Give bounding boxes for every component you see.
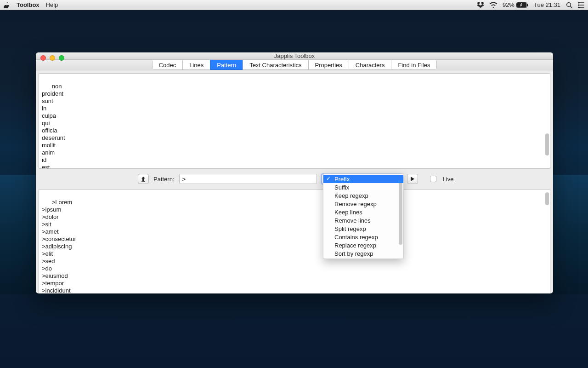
svg-point-10	[578, 6, 580, 8]
dropdown-item-prefix[interactable]: ✓Prefix	[323, 175, 403, 183]
mode-dropdown-menu[interactable]: ✓PrefixSuffixKeep regexpRemove regexpKee…	[323, 173, 404, 259]
dropdown-item-suffix[interactable]: Suffix	[323, 183, 403, 191]
minimize-button[interactable]	[50, 55, 55, 61]
apple-menu-icon[interactable]	[4, 2, 10, 8]
dropdown-item-label: Remove lines	[334, 217, 371, 224]
pattern-controls: Pattern: Prefix ▲▼ Live	[39, 172, 550, 186]
dropdown-item-replace-regexp[interactable]: Replace regexp	[323, 241, 403, 249]
live-label: Live	[443, 176, 454, 183]
dropdown-item-keep-regexp[interactable]: Keep regexp	[323, 191, 403, 200]
input-textarea[interactable]: non proident sunt in culpa qui officia d…	[39, 73, 550, 169]
notification-center-icon[interactable]	[578, 2, 584, 8]
wifi-icon[interactable]	[490, 2, 497, 8]
dropdown-item-label: Replace regexp	[334, 242, 376, 249]
dropdown-item-split-regexp[interactable]: Split regexp	[323, 224, 403, 233]
tab-lines[interactable]: Lines	[182, 60, 210, 70]
pattern-input[interactable]	[179, 174, 317, 184]
tab-pattern[interactable]: Pattern	[210, 60, 243, 70]
dropdown-item-label: Split regexp	[334, 225, 366, 232]
input-text-content: non proident sunt in culpa qui officia d…	[42, 83, 65, 169]
svg-rect-11	[141, 181, 145, 182]
battery-status[interactable]: 92%	[503, 1, 528, 8]
app-window: Japplis Toolbox CodecLinesPatternText Ch…	[36, 52, 553, 293]
pattern-label: Pattern:	[153, 176, 175, 183]
dropdown-item-label: Suffix	[334, 184, 349, 191]
close-button[interactable]	[40, 55, 46, 61]
window-title: Japplis Toolbox	[274, 52, 315, 59]
live-checkbox[interactable]	[430, 176, 436, 182]
svg-line-4	[571, 6, 572, 8]
output-textarea[interactable]: >Lorem >ipsum >dolor >sit >amet >consect…	[39, 189, 550, 293]
dropdown-item-label: Keep lines	[334, 209, 362, 216]
dropdown-item-remove-regexp[interactable]: Remove regexp	[323, 200, 403, 208]
dropbox-icon[interactable]	[477, 2, 484, 8]
dropdown-item-label: Contains regexp	[334, 234, 378, 241]
menubar-app-name[interactable]: Toolbox	[17, 1, 40, 8]
zoom-button[interactable]	[59, 55, 64, 61]
scrollbar-thumb[interactable]	[545, 133, 549, 155]
dropdown-item-label: Keep regexp	[334, 192, 368, 199]
dropdown-item-contains-regexp[interactable]: Contains regexp	[323, 233, 403, 241]
dropdown-item-remove-lines[interactable]: Remove lines	[323, 216, 403, 224]
tab-codec[interactable]: Codec	[152, 60, 183, 70]
menubar-clock[interactable]: Tue 21:31	[534, 1, 560, 8]
tab-properties[interactable]: Properties	[308, 60, 349, 70]
svg-point-9	[578, 4, 580, 6]
tab-find-in-files[interactable]: Find in Files	[391, 60, 437, 70]
dropdown-item-label: Sort by regexp	[334, 250, 373, 257]
tab-bar: CodecLinesPatternText CharacteristicsPro…	[36, 60, 553, 70]
run-button[interactable]	[407, 174, 418, 184]
tab-text-characteristics[interactable]: Text Characteristics	[243, 60, 308, 70]
check-icon: ✓	[326, 175, 331, 182]
svg-point-3	[567, 2, 571, 6]
svg-rect-2	[527, 4, 528, 6]
dropdown-item-keep-lines[interactable]: Keep lines	[323, 208, 403, 216]
tab-characters[interactable]: Characters	[349, 60, 391, 70]
spotlight-icon[interactable]	[566, 2, 572, 8]
dropdown-item-label: Remove regexp	[334, 201, 377, 207]
scrollbar-thumb[interactable]	[545, 192, 549, 205]
dropdown-item-label: Prefix	[334, 176, 350, 183]
titlebar[interactable]: Japplis Toolbox	[36, 52, 553, 60]
dropdown-item-sort-by-regexp[interactable]: Sort by regexp	[323, 249, 403, 258]
output-text-content: >Lorem >ipsum >dolor >sit >amet >consect…	[42, 199, 76, 293]
menubar: Toolbox Help 92% Tue 21:31	[0, 0, 588, 10]
svg-point-8	[578, 2, 580, 4]
battery-percent: 92%	[503, 1, 514, 8]
swap-up-button[interactable]	[138, 174, 149, 184]
menubar-item-help[interactable]: Help	[46, 1, 58, 8]
